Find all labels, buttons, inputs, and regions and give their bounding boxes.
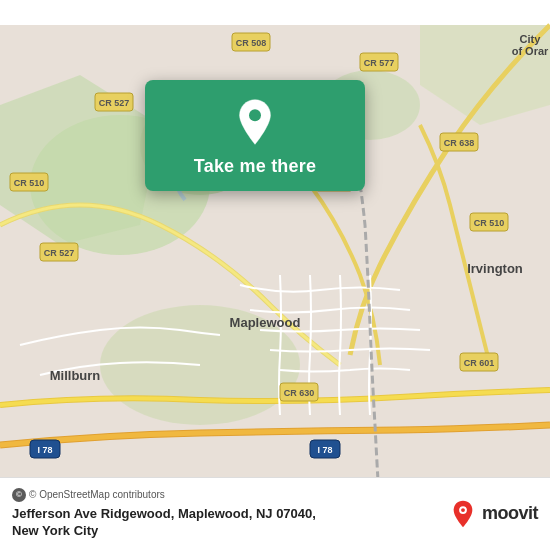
attribution-text: © OpenStreetMap contributors — [29, 489, 165, 500]
svg-point-39 — [461, 508, 465, 512]
moovit-logo: moovit — [449, 500, 538, 528]
bottom-left: © © OpenStreetMap contributors Jefferson… — [12, 488, 316, 540]
svg-text:I 78: I 78 — [317, 445, 332, 455]
svg-text:Millburn: Millburn — [50, 368, 101, 383]
moovit-text: moovit — [482, 503, 538, 524]
svg-text:CR 630: CR 630 — [284, 388, 315, 398]
attribution: © © OpenStreetMap contributors — [12, 488, 316, 502]
svg-text:I 78: I 78 — [37, 445, 52, 455]
map-container: CR 508 CR 577 CR 527 CR 527 CR 510 CR 63… — [0, 0, 550, 550]
svg-text:Maplewood: Maplewood — [230, 315, 301, 330]
svg-text:CR 508: CR 508 — [236, 38, 267, 48]
svg-text:CR 601: CR 601 — [464, 358, 495, 368]
location-pin-icon — [231, 98, 279, 146]
moovit-pin-icon — [449, 500, 477, 528]
svg-text:CR 527: CR 527 — [99, 98, 130, 108]
bottom-bar: © © OpenStreetMap contributors Jefferson… — [0, 477, 550, 550]
svg-text:CR 527: CR 527 — [44, 248, 75, 258]
svg-text:CR 510: CR 510 — [474, 218, 505, 228]
take-me-there-button[interactable]: Take me there — [194, 156, 316, 177]
address-text: Jefferson Ave Ridgewood, Maplewood, NJ 0… — [12, 505, 316, 540]
address-line2: New York City — [12, 523, 98, 538]
svg-text:Irvington: Irvington — [467, 261, 523, 276]
svg-text:City: City — [520, 33, 542, 45]
overlay-card[interactable]: Take me there — [145, 80, 365, 191]
svg-point-37 — [249, 109, 261, 121]
svg-text:CR 510: CR 510 — [14, 178, 45, 188]
svg-text:CR 577: CR 577 — [364, 58, 395, 68]
svg-text:CR 638: CR 638 — [444, 138, 475, 148]
osm-logo: © — [12, 488, 26, 502]
svg-text:of Orar: of Orar — [512, 45, 549, 57]
address-line1: Jefferson Ave Ridgewood, Maplewood, NJ 0… — [12, 506, 316, 521]
